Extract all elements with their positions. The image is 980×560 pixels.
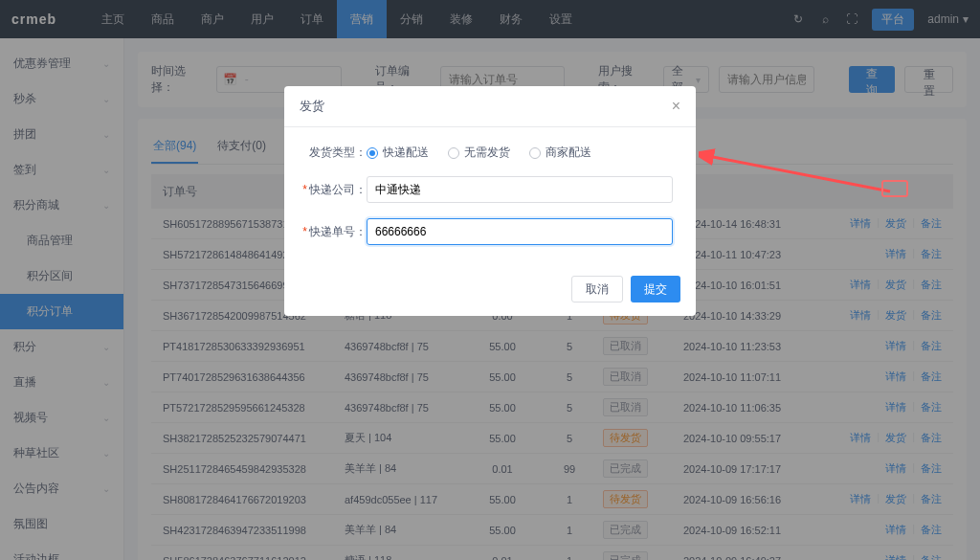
company-label: 快递公司： (300, 182, 367, 198)
shiptype-radio-group: 快递配送无需发货商家配送 (367, 145, 591, 161)
shiptype-label: 发货类型： (300, 145, 367, 161)
shipping-modal: 发货 × 发货类型： 快递配送无需发货商家配送 快递公司： 快递单号： 取消 提… (284, 86, 696, 316)
modal-overlay[interactable]: 发货 × 发货类型： 快递配送无需发货商家配送 快递公司： 快递单号： 取消 提… (0, 0, 980, 560)
close-icon[interactable]: × (672, 98, 680, 115)
shiptype-radio[interactable]: 商家配送 (529, 145, 591, 161)
trackno-label: 快递单号： (300, 224, 367, 240)
submit-button[interactable]: 提交 (631, 276, 680, 302)
company-input[interactable] (367, 176, 673, 203)
trackno-input[interactable] (367, 218, 673, 245)
shiptype-radio[interactable]: 快递配送 (367, 145, 429, 161)
shiptype-radio[interactable]: 无需发货 (448, 145, 510, 161)
cancel-button[interactable]: 取消 (571, 276, 623, 302)
modal-title: 发货 (300, 98, 324, 115)
